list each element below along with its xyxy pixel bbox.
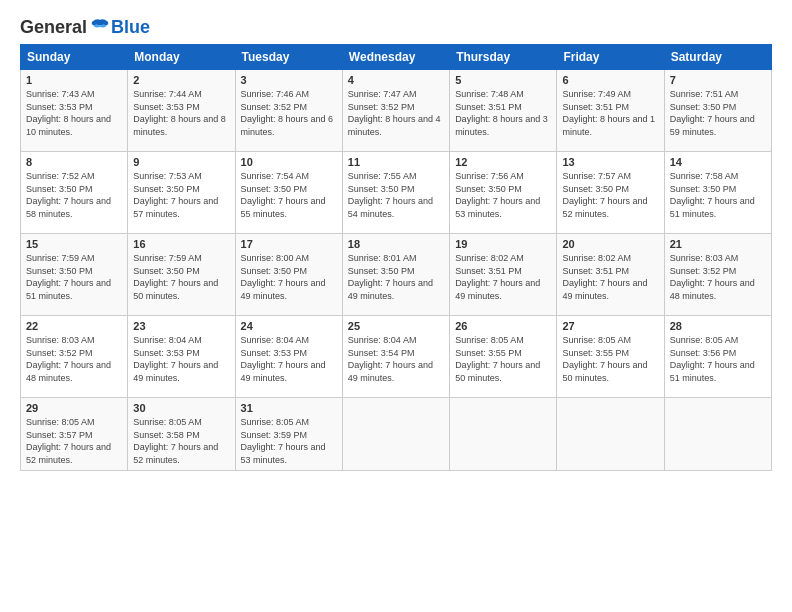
table-row: 23Sunrise: 8:04 AMSunset: 3:53 PMDayligh… — [128, 316, 235, 398]
table-row: 13Sunrise: 7:57 AMSunset: 3:50 PMDayligh… — [557, 152, 664, 234]
table-row: 10Sunrise: 7:54 AMSunset: 3:50 PMDayligh… — [235, 152, 342, 234]
table-row: 7Sunrise: 7:51 AMSunset: 3:50 PMDaylight… — [664, 70, 771, 152]
table-row: 21Sunrise: 8:03 AMSunset: 3:52 PMDayligh… — [664, 234, 771, 316]
col-monday: Monday — [128, 45, 235, 70]
logo-general-text: General — [20, 17, 87, 38]
logo: General Blue — [20, 16, 150, 38]
table-row — [450, 398, 557, 471]
table-row: 27Sunrise: 8:05 AMSunset: 3:55 PMDayligh… — [557, 316, 664, 398]
table-row: 1Sunrise: 7:43 AMSunset: 3:53 PMDaylight… — [21, 70, 128, 152]
table-row: 15Sunrise: 7:59 AMSunset: 3:50 PMDayligh… — [21, 234, 128, 316]
table-row: 28Sunrise: 8:05 AMSunset: 3:56 PMDayligh… — [664, 316, 771, 398]
table-row: 6Sunrise: 7:49 AMSunset: 3:51 PMDaylight… — [557, 70, 664, 152]
table-row: 24Sunrise: 8:04 AMSunset: 3:53 PMDayligh… — [235, 316, 342, 398]
table-row — [342, 398, 449, 471]
col-friday: Friday — [557, 45, 664, 70]
table-row: 5Sunrise: 7:48 AMSunset: 3:51 PMDaylight… — [450, 70, 557, 152]
table-row: 17Sunrise: 8:00 AMSunset: 3:50 PMDayligh… — [235, 234, 342, 316]
table-row: 19Sunrise: 8:02 AMSunset: 3:51 PMDayligh… — [450, 234, 557, 316]
table-row: 9Sunrise: 7:53 AMSunset: 3:50 PMDaylight… — [128, 152, 235, 234]
logo-bird-icon — [89, 16, 111, 38]
table-row: 20Sunrise: 8:02 AMSunset: 3:51 PMDayligh… — [557, 234, 664, 316]
table-row: 30Sunrise: 8:05 AMSunset: 3:58 PMDayligh… — [128, 398, 235, 471]
col-saturday: Saturday — [664, 45, 771, 70]
table-row: 25Sunrise: 8:04 AMSunset: 3:54 PMDayligh… — [342, 316, 449, 398]
table-row: 12Sunrise: 7:56 AMSunset: 3:50 PMDayligh… — [450, 152, 557, 234]
table-row — [557, 398, 664, 471]
table-row — [664, 398, 771, 471]
table-row: 4Sunrise: 7:47 AMSunset: 3:52 PMDaylight… — [342, 70, 449, 152]
table-row: 8Sunrise: 7:52 AMSunset: 3:50 PMDaylight… — [21, 152, 128, 234]
col-wednesday: Wednesday — [342, 45, 449, 70]
logo-blue-text: Blue — [111, 17, 150, 38]
table-row: 3Sunrise: 7:46 AMSunset: 3:52 PMDaylight… — [235, 70, 342, 152]
table-row: 14Sunrise: 7:58 AMSunset: 3:50 PMDayligh… — [664, 152, 771, 234]
table-row: 18Sunrise: 8:01 AMSunset: 3:50 PMDayligh… — [342, 234, 449, 316]
table-row: 22Sunrise: 8:03 AMSunset: 3:52 PMDayligh… — [21, 316, 128, 398]
col-thursday: Thursday — [450, 45, 557, 70]
col-sunday: Sunday — [21, 45, 128, 70]
calendar-container: General Blue Sunday Monday Tuesday Wedne… — [0, 0, 792, 612]
table-row: 16Sunrise: 7:59 AMSunset: 3:50 PMDayligh… — [128, 234, 235, 316]
table-row: 11Sunrise: 7:55 AMSunset: 3:50 PMDayligh… — [342, 152, 449, 234]
header-row: Sunday Monday Tuesday Wednesday Thursday… — [21, 45, 772, 70]
calendar-table: Sunday Monday Tuesday Wednesday Thursday… — [20, 44, 772, 471]
table-row: 26Sunrise: 8:05 AMSunset: 3:55 PMDayligh… — [450, 316, 557, 398]
table-row: 2Sunrise: 7:44 AMSunset: 3:53 PMDaylight… — [128, 70, 235, 152]
table-row: 29Sunrise: 8:05 AMSunset: 3:57 PMDayligh… — [21, 398, 128, 471]
table-row: 31Sunrise: 8:05 AMSunset: 3:59 PMDayligh… — [235, 398, 342, 471]
header: General Blue — [20, 16, 772, 38]
col-tuesday: Tuesday — [235, 45, 342, 70]
